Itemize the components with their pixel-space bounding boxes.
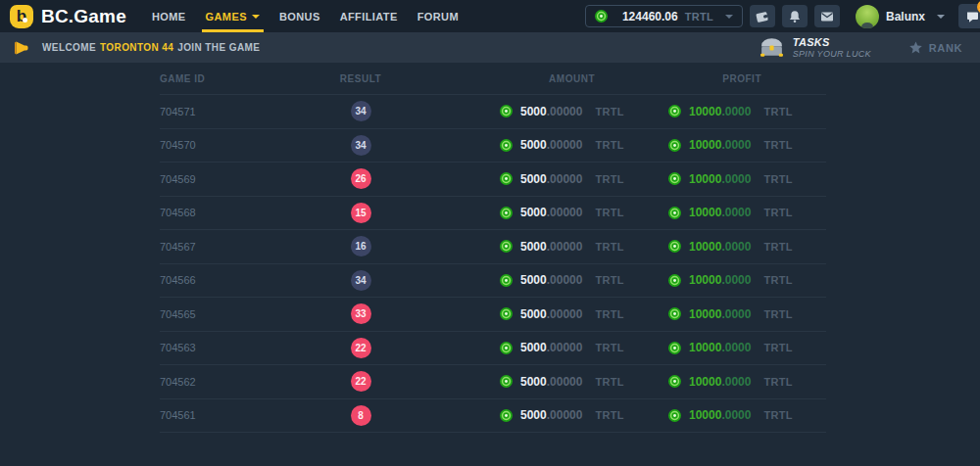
table-row[interactable]: 704568 15 5000 .00000 TRTL 10000 .0000 T… xyxy=(160,197,826,231)
game-id: 704566 xyxy=(160,274,287,286)
nav-label: FORUM xyxy=(417,11,459,23)
nav-item-affiliate[interactable]: AFFILIATE xyxy=(330,0,408,32)
notifications-button[interactable] xyxy=(782,5,808,27)
profit-integer: 10000 xyxy=(689,307,721,321)
amount-cell: 5000 .00000 TRTL xyxy=(434,240,630,254)
table-row[interactable]: 704563 22 5000 .00000 TRTL 10000 .0000 T… xyxy=(160,332,826,366)
table-row[interactable]: 704569 26 5000 .00000 TRTL 10000 .0000 T… xyxy=(160,163,826,197)
game-id: 704569 xyxy=(160,173,287,185)
welcomebar-right: TASKS SPIN YOUR LUCK RANK xyxy=(759,36,970,59)
amount-currency: TRTL xyxy=(595,139,623,151)
profit-cell: 10000 .0000 TRTL xyxy=(630,138,826,152)
balance-amount: 124460.06 xyxy=(622,10,678,23)
amount-integer: 5000 xyxy=(520,273,547,287)
amount-cell: 5000 .00000 TRTL xyxy=(434,375,630,389)
nav-item-bonus[interactable]: BONUS xyxy=(270,0,330,32)
game-id: 704568 xyxy=(160,207,287,218)
amount-cell: 5000 .00000 TRTL xyxy=(434,138,630,152)
result-badge: 22 xyxy=(351,371,371,392)
nav-item-forum[interactable]: FORUM xyxy=(408,0,468,32)
user-avatar xyxy=(856,5,879,28)
table-row[interactable]: 704566 34 5000 .00000 TRTL 10000 .0000 T… xyxy=(160,264,826,299)
trtl-coin-icon xyxy=(668,139,681,152)
header-result: RESULT xyxy=(287,73,434,84)
profit-cell: 10000 .0000 TRTL xyxy=(630,172,826,186)
chevron-down-icon xyxy=(252,15,260,19)
profit-currency: TRTL xyxy=(763,308,792,320)
nav-label: HOME xyxy=(152,11,186,23)
table-row[interactable]: 704561 8 5000 .00000 TRTL 10000 .0000 TR… xyxy=(160,399,826,434)
trtl-coin-icon xyxy=(500,240,513,253)
amount-currency: TRTL xyxy=(595,207,623,218)
amount-cell: 5000 .00000 TRTL xyxy=(434,408,630,422)
game-id: 704563 xyxy=(160,342,287,353)
nav-item-games[interactable]: GAMES xyxy=(196,0,270,32)
table-row[interactable]: 704562 22 5000 .00000 TRTL 10000 .0000 T… xyxy=(160,365,826,399)
trtl-coin-icon xyxy=(668,342,681,354)
amount-integer: 5000 xyxy=(520,341,547,354)
user-menu[interactable]: Balunx xyxy=(856,5,945,28)
tasks-subtitle: SPIN YOUR LUCK xyxy=(793,49,871,59)
profit-cell: 10000 .0000 TRTL xyxy=(630,273,826,287)
profit-decimals: .0000 xyxy=(721,138,751,152)
rank-button[interactable]: RANK xyxy=(908,41,962,55)
profit-decimals: .0000 xyxy=(721,273,751,287)
table-header-row: GAME ID RESULT AMOUNT PROFIT xyxy=(160,63,826,95)
table-row[interactable]: 704565 33 5000 .00000 TRTL 10000 .0000 T… xyxy=(160,298,826,332)
bell-icon xyxy=(788,10,802,23)
header-game-id: GAME ID xyxy=(160,73,287,84)
table-row[interactable]: 704570 34 5000 .00000 TRTL 10000 .0000 T… xyxy=(160,129,826,163)
amount-decimals: .00000 xyxy=(547,206,583,219)
star-icon xyxy=(908,41,923,55)
profit-decimals: .0000 xyxy=(721,375,751,389)
profit-cell: 10000 .0000 TRTL xyxy=(630,341,826,354)
topbar-right: 124460.06 TRTL Balunx xyxy=(585,4,980,28)
chat-button[interactable]: 10 xyxy=(958,4,980,28)
table-row[interactable]: 704567 16 5000 .00000 TRTL 10000 .0000 T… xyxy=(160,230,826,264)
user-name: Balunx xyxy=(886,10,925,23)
amount-integer: 5000 xyxy=(520,240,547,254)
amount-decimals: .00000 xyxy=(547,172,583,186)
header-amount: AMOUNT xyxy=(434,73,630,84)
amount-decimals: .00000 xyxy=(547,273,583,287)
profit-cell: 10000 .0000 TRTL xyxy=(630,206,826,219)
game-id: 704571 xyxy=(160,106,287,117)
balance-selector[interactable]: 124460.06 TRTL xyxy=(585,5,743,27)
profit-integer: 10000 xyxy=(689,240,721,254)
table-row[interactable]: 704571 34 5000 .00000 TRTL 10000 .0000 T… xyxy=(160,95,826,129)
bet-history-table: GAME ID RESULT AMOUNT PROFIT 704571 34 5… xyxy=(160,63,826,433)
result-badge: 26 xyxy=(351,168,371,189)
wallet-button[interactable] xyxy=(750,5,775,27)
messages-button[interactable] xyxy=(814,5,840,27)
chevron-down-icon xyxy=(937,15,945,19)
trtl-coin-icon xyxy=(668,375,681,388)
profit-integer: 10000 xyxy=(689,172,721,186)
profit-currency: TRTL xyxy=(763,106,792,117)
treasure-chest-icon xyxy=(759,37,785,58)
amount-decimals: .00000 xyxy=(547,375,583,389)
trtl-coin-icon xyxy=(500,172,513,185)
profit-integer: 10000 xyxy=(689,341,721,354)
profit-integer: 10000 xyxy=(689,105,721,118)
game-id: 704567 xyxy=(160,241,287,253)
amount-decimals: .00000 xyxy=(547,105,583,118)
trtl-coin-icon xyxy=(668,172,681,185)
header-profit: PROFIT xyxy=(630,73,826,84)
profit-cell: 10000 .0000 TRTL xyxy=(630,240,826,254)
profit-decimals: .0000 xyxy=(721,341,751,354)
trtl-coin-icon xyxy=(500,105,513,117)
trtl-coin-icon xyxy=(500,274,513,287)
brand-logo[interactable]: BC.Game xyxy=(10,5,126,28)
amount-cell: 5000 .00000 TRTL xyxy=(434,307,630,321)
result-cell: 34 xyxy=(287,101,434,121)
amount-decimals: .00000 xyxy=(547,240,583,254)
profit-currency: TRTL xyxy=(763,342,792,353)
amount-integer: 5000 xyxy=(520,105,547,118)
amount-decimals: .00000 xyxy=(547,341,583,354)
tasks-widget[interactable]: TASKS SPIN YOUR LUCK xyxy=(759,36,871,59)
main-nav: HOME GAMES BONUS AFFILIATE FORUM xyxy=(142,0,468,32)
profit-currency: TRTL xyxy=(763,173,792,185)
nav-item-home[interactable]: HOME xyxy=(142,0,196,32)
megaphone-icon xyxy=(12,40,29,56)
amount-currency: TRTL xyxy=(595,376,623,388)
